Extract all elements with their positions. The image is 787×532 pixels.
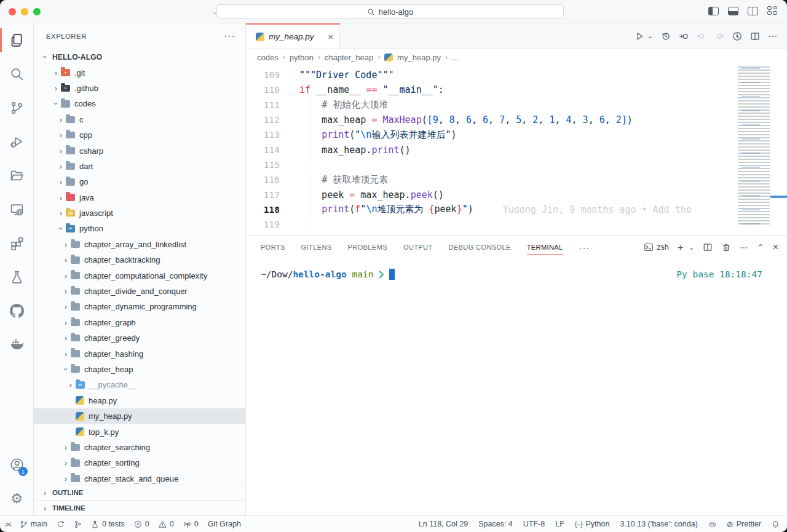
indentation-status[interactable]: Spaces: 4	[478, 520, 513, 528]
code-line-116[interactable]: 116 # 获取堆顶元素	[246, 172, 732, 187]
explorer-more-actions-icon[interactable]: ···	[224, 31, 235, 42]
code-line-117[interactable]: 117 peek = max_heap.peek()	[246, 187, 732, 202]
panel-tab-gitlens[interactable]: GITLENS	[301, 236, 332, 259]
customize-layout-icon[interactable]	[767, 6, 778, 15]
problems-status[interactable]: 0	[134, 520, 149, 528]
panel-tab-ports[interactable]: PORTS	[261, 236, 285, 259]
breadcrumb-item[interactable]: python	[290, 53, 314, 62]
panel-tab-problems[interactable]: PROBLEMS	[348, 236, 387, 259]
tree-item-my-heap-py[interactable]: my_heap.py	[34, 408, 245, 424]
git-graph-label[interactable]: Git Graph	[208, 520, 241, 528]
launch-profile-dropdown-icon[interactable]: ⌄	[689, 244, 694, 252]
tree-item-chapter-divide-and-conquer[interactable]: ›chapter_divide_and_conquer	[34, 284, 245, 299]
tree-item-go[interactable]: ›go	[34, 174, 245, 189]
git-graph-icon[interactable]	[74, 520, 82, 528]
close-panel-icon[interactable]: ×	[773, 242, 778, 252]
tree-item-chapter-graph[interactable]: ›chapter_graph	[34, 315, 245, 330]
tree-item-codes[interactable]: ›codes	[34, 96, 245, 111]
split-terminal-icon[interactable]	[703, 242, 713, 252]
activity-bar-explorer-icon[interactable]	[0, 23, 33, 57]
tree-item-chapter-heap[interactable]: ›chapter_heap	[34, 362, 245, 377]
navigate-forward-disabled-icon[interactable]	[714, 31, 724, 41]
sidebar-section-timeline[interactable]: ›TIMELINE	[34, 500, 245, 515]
activity-bar-run-debug-icon[interactable]	[0, 125, 33, 159]
code-editor[interactable]: 109"""Driver Code"""110if __name__ == "_…	[246, 65, 787, 235]
eol-status[interactable]: LF	[555, 520, 564, 528]
activity-bar-search-icon[interactable]	[0, 57, 33, 91]
language-mode[interactable]: {··}Python	[575, 520, 610, 528]
python-interpreter[interactable]: 3.10.13 ('base': conda)	[620, 520, 697, 528]
activity-bar-project-folder-icon[interactable]	[0, 159, 33, 193]
tree-item-hello-algo[interactable]: ›HELLO-ALGO	[34, 49, 245, 65]
gitlens-graph-icon[interactable]	[732, 31, 742, 41]
activity-bar-settings-icon[interactable]: ⚙	[0, 482, 33, 515]
compare-changes-icon[interactable]	[679, 31, 689, 41]
tree-item-java[interactable]: ›java	[34, 190, 245, 205]
copilot-status[interactable]	[708, 520, 716, 528]
command-center-search[interactable]: hello-algo	[216, 4, 564, 19]
tree-item-chapter-greedy[interactable]: ›chapter_greedy	[34, 330, 245, 346]
breadcrumb-item[interactable]: codes	[257, 53, 279, 62]
tree-item-csharp[interactable]: ›csharp	[34, 143, 245, 158]
encoding-status[interactable]: UTF-8	[523, 520, 545, 528]
maximize-window-button[interactable]	[33, 8, 41, 15]
navigate-back-disabled-icon[interactable]	[697, 31, 706, 41]
breadcrumb-item[interactable]: chapter_heap	[325, 53, 374, 62]
warnings-status[interactable]: 0	[159, 520, 174, 528]
panel-tab-output[interactable]: OUTPUT	[403, 236, 433, 259]
terminal-content[interactable]: ~/Dow/hello-algo main Py base 18:18:47	[246, 259, 787, 515]
code-line-113[interactable]: 113 print("\n输入列表并建堆后")	[246, 127, 732, 142]
tree-item-chapter-backtracking[interactable]: ›chapter_backtracking	[34, 252, 245, 268]
tree-item-chapter-stack-and-queue[interactable]: ›chapter_stack_and_queue	[34, 471, 245, 485]
tree-item-chapter-sorting[interactable]: ›chapter_sorting	[34, 455, 245, 470]
code-line-109[interactable]: 109"""Driver Code"""	[246, 68, 732, 82]
activity-bar-docker-icon[interactable]	[0, 328, 33, 362]
ports-status[interactable]: 0	[183, 520, 199, 528]
run-icon[interactable]	[635, 31, 644, 41]
code-line-115[interactable]: 115	[246, 157, 732, 172]
panel-more-actions-icon[interactable]: ⋯	[740, 243, 748, 252]
tree-item-python[interactable]: ›ᵖʸpython	[34, 221, 245, 236]
test-status[interactable]: 0 tests	[91, 520, 125, 528]
code-line-118[interactable]: 118 print(f"\n堆顶元素为 {peek}")Yudong Jin, …	[246, 202, 732, 217]
panel-tab-terminal[interactable]: TERMINAL	[527, 236, 563, 259]
tree-item-chapter-hashing[interactable]: ›chapter_hashing	[34, 346, 245, 361]
breadcrumb-item[interactable]: my_heap.py	[397, 53, 441, 62]
tree-item--git[interactable]: ›⬩.git	[34, 65, 245, 80]
prettier-status[interactable]: ⊘Prettier	[727, 520, 761, 529]
close-window-button[interactable]	[9, 8, 16, 15]
split-editor-layout-icon[interactable]	[748, 7, 758, 15]
maximize-panel-icon[interactable]: ⌃	[757, 243, 764, 252]
tree-item-heap-py[interactable]: heap.py	[34, 393, 245, 408]
tree-item-chapter-searching[interactable]: ›chapter_searching	[34, 440, 245, 455]
tree-item-cpp[interactable]: ›cpp	[34, 127, 245, 143]
tab-my-heap-py[interactable]: my_heap.py ×	[246, 23, 340, 49]
toggle-panel-icon[interactable]	[728, 7, 738, 15]
tree-item-dart[interactable]: ›dart	[34, 159, 245, 174]
minimize-window-button[interactable]	[21, 8, 28, 15]
terminal-shell-icon[interactable]: zsh	[644, 242, 668, 252]
minimap[interactable]	[735, 66, 778, 225]
run-dropdown-icon[interactable]: ⌄	[647, 32, 653, 40]
activity-bar-testing-icon[interactable]	[0, 260, 33, 294]
file-history-icon[interactable]	[661, 31, 671, 41]
notifications-bell[interactable]	[772, 520, 780, 528]
panel-tab-debug-console[interactable]: DEBUG CONSOLE	[449, 236, 511, 259]
git-branch-status[interactable]: main	[20, 520, 47, 528]
tree-item-chapter-array-and-linkedlist[interactable]: ›chapter_array_and_linkedlist	[34, 237, 245, 252]
code-line-110[interactable]: 110if __name__ == "__main__":	[246, 82, 732, 97]
activity-bar-extensions-icon[interactable]	[0, 226, 33, 260]
activity-bar-remote-explorer-icon[interactable]	[0, 193, 33, 226]
new-terminal-icon[interactable]: +	[678, 242, 684, 253]
tree-item-chapter-computational-complexity[interactable]: ›chapter_computational_complexity	[34, 268, 245, 283]
activity-bar-accounts-icon[interactable]: 1	[0, 448, 33, 482]
tree-item--github[interactable]: ›ᴳ.github	[34, 81, 245, 96]
activity-bar-github-icon[interactable]	[0, 294, 33, 328]
tree-item-top-k-py[interactable]: top_k.py	[34, 424, 245, 439]
breadcrumb-symbol-tail[interactable]: ...	[452, 53, 459, 62]
more-actions-icon[interactable]: ⋯	[768, 31, 777, 41]
code-line-112[interactable]: 112 max_heap = MaxHeap([9, 8, 6, 6, 7, 5…	[246, 113, 732, 127]
code-line-114[interactable]: 114 max_heap.print()	[246, 142, 732, 157]
code-line-111[interactable]: 111 # 初始化大顶堆	[246, 98, 732, 113]
code-line-119[interactable]: 119	[246, 217, 732, 232]
